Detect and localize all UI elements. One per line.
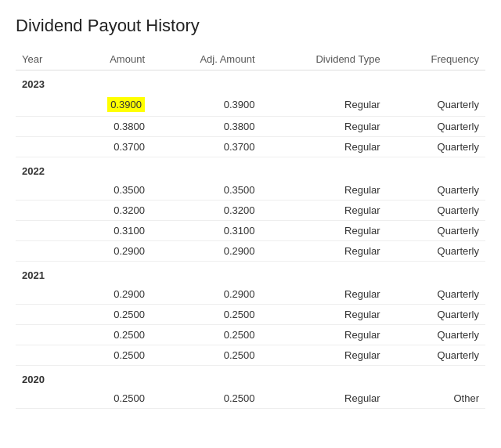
cell-year bbox=[16, 345, 70, 366]
col-frequency: Frequency bbox=[387, 49, 485, 70]
cell-dividend-type: Regular bbox=[261, 284, 387, 305]
col-dividend-type: Dividend Type bbox=[261, 49, 387, 70]
cell-frequency: Quarterly bbox=[387, 241, 485, 262]
cell-amount: 0.2500 bbox=[70, 388, 151, 409]
cell-dividend-type: Regular bbox=[261, 117, 387, 137]
cell-frequency: Quarterly bbox=[387, 117, 485, 137]
table-row: 0.39000.3900RegularQuarterly bbox=[16, 93, 485, 117]
table-row: 0.31000.3100RegularQuarterly bbox=[16, 221, 485, 241]
year-label: 2023 bbox=[16, 70, 485, 94]
year-row: 2023 bbox=[16, 70, 485, 94]
cell-amount: 0.3800 bbox=[70, 117, 151, 137]
col-adj-amount: Adj. Amount bbox=[151, 49, 261, 70]
cell-adj-amount: 0.3500 bbox=[151, 180, 261, 201]
cell-amount: 0.2900 bbox=[70, 284, 151, 305]
cell-dividend-type: Regular bbox=[261, 93, 387, 117]
year-label: 2021 bbox=[16, 262, 485, 285]
cell-dividend-type: Regular bbox=[261, 305, 387, 325]
cell-dividend-type: Regular bbox=[261, 241, 387, 262]
cell-adj-amount: 0.2900 bbox=[151, 241, 261, 262]
cell-year bbox=[16, 241, 70, 262]
cell-adj-amount: 0.3700 bbox=[151, 137, 261, 157]
cell-adj-amount: 0.2500 bbox=[151, 388, 261, 409]
cell-year bbox=[16, 180, 70, 201]
cell-amount: 0.3500 bbox=[70, 180, 151, 201]
cell-dividend-type: Regular bbox=[261, 325, 387, 345]
cell-frequency: Quarterly bbox=[387, 325, 485, 345]
year-row: 2022 bbox=[16, 157, 485, 181]
cell-amount: 0.3200 bbox=[70, 201, 151, 221]
cell-year bbox=[16, 284, 70, 305]
cell-adj-amount: 0.3800 bbox=[151, 117, 261, 137]
cell-year bbox=[16, 201, 70, 221]
cell-year bbox=[16, 221, 70, 241]
year-row: 2020 bbox=[16, 366, 485, 389]
cell-adj-amount: 0.2500 bbox=[151, 325, 261, 345]
cell-frequency: Quarterly bbox=[387, 345, 485, 366]
cell-dividend-type: Regular bbox=[261, 201, 387, 221]
cell-amount: 0.2500 bbox=[70, 305, 151, 325]
cell-year bbox=[16, 325, 70, 345]
cell-year bbox=[16, 93, 70, 117]
table-header-row: Year Amount Adj. Amount Dividend Type Fr… bbox=[16, 49, 485, 70]
cell-adj-amount: 0.2900 bbox=[151, 284, 261, 305]
cell-amount: 0.2500 bbox=[70, 345, 151, 366]
dividend-table: Year Amount Adj. Amount Dividend Type Fr… bbox=[16, 49, 485, 409]
cell-amount: 0.3700 bbox=[70, 137, 151, 157]
cell-frequency: Quarterly bbox=[387, 180, 485, 201]
table-row: 0.35000.3500RegularQuarterly bbox=[16, 180, 485, 201]
table-row: 0.38000.3800RegularQuarterly bbox=[16, 117, 485, 137]
cell-dividend-type: Regular bbox=[261, 137, 387, 157]
year-row: 2021 bbox=[16, 262, 485, 285]
cell-frequency: Quarterly bbox=[387, 137, 485, 157]
cell-amount: 0.3100 bbox=[70, 221, 151, 241]
year-label: 2020 bbox=[16, 366, 485, 389]
year-label: 2022 bbox=[16, 157, 485, 181]
page-title: Dividend Payout History bbox=[16, 16, 485, 36]
cell-frequency: Quarterly bbox=[387, 201, 485, 221]
table-row: 0.32000.3200RegularQuarterly bbox=[16, 201, 485, 221]
cell-year bbox=[16, 117, 70, 137]
table-row: 0.29000.2900RegularQuarterly bbox=[16, 284, 485, 305]
col-amount: Amount bbox=[70, 49, 151, 70]
cell-year bbox=[16, 388, 70, 409]
cell-dividend-type: Regular bbox=[261, 221, 387, 241]
cell-frequency: Other bbox=[387, 388, 485, 409]
cell-amount: 0.2900 bbox=[70, 241, 151, 262]
cell-frequency: Quarterly bbox=[387, 305, 485, 325]
table-row: 0.25000.2500RegularOther bbox=[16, 388, 485, 409]
cell-dividend-type: Regular bbox=[261, 388, 387, 409]
cell-adj-amount: 0.2500 bbox=[151, 345, 261, 366]
cell-amount: 0.2500 bbox=[70, 325, 151, 345]
cell-dividend-type: Regular bbox=[261, 345, 387, 366]
cell-dividend-type: Regular bbox=[261, 180, 387, 201]
cell-year bbox=[16, 305, 70, 325]
table-row: 0.25000.2500RegularQuarterly bbox=[16, 345, 485, 366]
cell-amount: 0.3900 bbox=[70, 93, 151, 117]
cell-adj-amount: 0.3100 bbox=[151, 221, 261, 241]
table-row: 0.25000.2500RegularQuarterly bbox=[16, 305, 485, 325]
cell-adj-amount: 0.2500 bbox=[151, 305, 261, 325]
cell-frequency: Quarterly bbox=[387, 93, 485, 117]
table-row: 0.29000.2900RegularQuarterly bbox=[16, 241, 485, 262]
cell-frequency: Quarterly bbox=[387, 284, 485, 305]
cell-adj-amount: 0.3900 bbox=[151, 93, 261, 117]
table-row: 0.37000.3700RegularQuarterly bbox=[16, 137, 485, 157]
cell-frequency: Quarterly bbox=[387, 221, 485, 241]
table-row: 0.25000.2500RegularQuarterly bbox=[16, 325, 485, 345]
cell-year bbox=[16, 137, 70, 157]
col-year: Year bbox=[16, 49, 70, 70]
cell-adj-amount: 0.3200 bbox=[151, 201, 261, 221]
